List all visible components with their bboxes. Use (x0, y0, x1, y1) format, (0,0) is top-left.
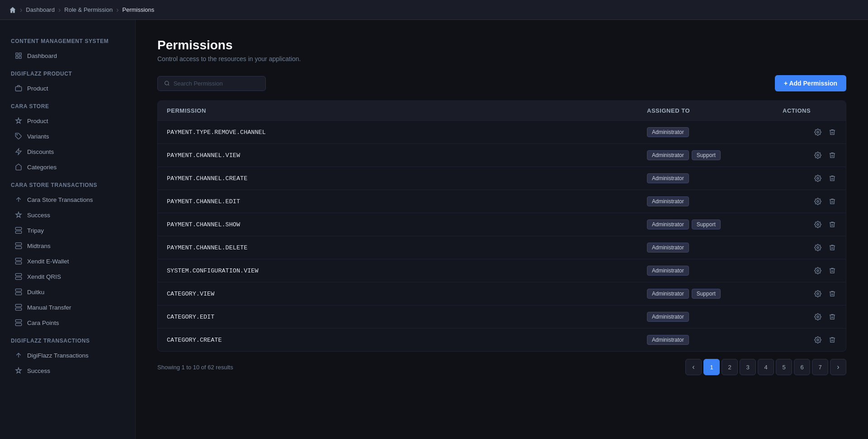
delete-permission-button[interactable] (828, 128, 837, 137)
edit-permission-button[interactable] (813, 151, 822, 160)
settings-icon (814, 175, 821, 182)
svg-rect-22 (15, 277, 21, 279)
server-icon-xendit-ewallet (14, 257, 23, 265)
topbar-role-permission[interactable]: Role & Permission (64, 6, 113, 13)
sidebar-section-cara-store: Cara Store (0, 96, 135, 113)
delete-permission-button[interactable] (828, 197, 837, 206)
next-page-button[interactable]: › (830, 359, 846, 375)
svg-rect-9 (15, 227, 21, 229)
edit-permission-button[interactable] (813, 312, 822, 321)
sidebar-item-variants[interactable]: Variants (0, 129, 135, 144)
page-number-button[interactable]: 1 (703, 359, 720, 375)
svg-rect-25 (15, 289, 21, 291)
sidebar-item-duitku[interactable]: Duitku (0, 284, 135, 300)
page-number-button[interactable]: 2 (722, 359, 738, 375)
col-permission: Permission (167, 107, 647, 114)
table-header: Permission Assigned To Actions (158, 101, 846, 121)
search-input[interactable] (174, 80, 259, 87)
sidebar-item-cara-transactions[interactable]: Cara Store Transactions (0, 192, 135, 207)
col-actions: Actions (783, 107, 837, 114)
table-body: PAYMENT.TYPE.REMOVE.CHANNELAdministrator… (158, 121, 846, 351)
edit-permission-button[interactable] (813, 335, 822, 344)
permission-name: PAYMENT.CHANNEL.VIEW (167, 152, 647, 159)
delete-permission-button[interactable] (828, 220, 837, 229)
sidebar-item-discounts[interactable]: Discounts (0, 144, 135, 159)
role-badge: Administrator (647, 335, 689, 345)
delete-permission-button[interactable] (828, 312, 837, 321)
page-number-button[interactable]: 3 (740, 359, 756, 375)
trash-icon (829, 267, 836, 274)
breadcrumb-sep-2: › (58, 6, 61, 14)
svg-point-41 (817, 154, 819, 156)
svg-line-39 (168, 84, 169, 85)
topbar-permissions[interactable]: Permissions (123, 6, 155, 13)
actions-cell (783, 174, 837, 183)
delete-permission-button[interactable] (828, 266, 837, 275)
permission-name: PAYMENT.TYPE.REMOVE.CHANNEL (167, 129, 647, 136)
sidebar-section-cms: Content Management System (0, 31, 135, 48)
assigned-badges: AdministratorSupport (647, 289, 783, 299)
sidebar-item-digiflazz-product[interactable]: Product (0, 81, 135, 96)
svg-rect-33 (15, 320, 21, 322)
showing-text: Showing 1 to 10 of 62 results (157, 364, 233, 371)
edit-permission-button[interactable] (813, 266, 822, 275)
svg-rect-17 (15, 258, 21, 260)
assigned-badges: Administrator (647, 266, 783, 276)
sidebar-item-tripay[interactable]: Tripay (0, 223, 135, 238)
sidebar-item-dashboard[interactable]: Dashboard (0, 48, 135, 63)
svg-point-48 (817, 316, 819, 318)
topbar-home[interactable] (9, 6, 16, 14)
sidebar-item-manual-transfer[interactable]: Manual Transfer (0, 300, 135, 315)
actions-cell (783, 312, 837, 321)
sidebar-item-cara-product[interactable]: Product (0, 113, 135, 129)
sidebar-item-xendit-qris[interactable]: Xendit QRIS (0, 269, 135, 284)
delete-permission-button[interactable] (828, 151, 837, 160)
sidebar-item-xendit-ewallet[interactable]: Xendit E-Wallet (0, 253, 135, 269)
edit-permission-button[interactable] (813, 289, 822, 298)
arrow-up-down-icon (14, 196, 23, 204)
search-box[interactable] (157, 76, 266, 91)
svg-point-43 (817, 200, 819, 202)
svg-rect-3 (19, 56, 21, 58)
success-icon (14, 211, 23, 219)
sidebar-item-midtrans[interactable]: Midtrans (0, 238, 135, 253)
edit-permission-button[interactable] (813, 197, 822, 206)
prev-page-button[interactable]: ‹ (685, 359, 702, 375)
sidebar-item-categories[interactable]: Categories (0, 159, 135, 175)
delete-permission-button[interactable] (828, 243, 837, 252)
actions-cell (783, 220, 837, 229)
svg-point-44 (817, 224, 819, 225)
settings-icon (814, 198, 821, 205)
trash-icon (829, 221, 836, 228)
delete-permission-button[interactable] (828, 335, 837, 344)
add-permission-button[interactable]: + Add Permission (775, 75, 846, 91)
pagination: ‹ 1234567 › (685, 359, 846, 375)
permission-name: CATEGORY.CREATE (167, 337, 647, 344)
assigned-badges: AdministratorSupport (647, 150, 783, 160)
sidebar: Content Management System Dashboard Digi… (0, 20, 136, 439)
topbar-dashboard[interactable]: Dashboard (26, 6, 55, 13)
edit-permission-button[interactable] (813, 243, 822, 252)
assigned-badges: Administrator (647, 312, 783, 322)
settings-icon (814, 129, 821, 136)
page-number-button[interactable]: 5 (776, 359, 792, 375)
svg-rect-30 (15, 308, 21, 310)
page-number-button[interactable]: 6 (794, 359, 810, 375)
table-row: SYSTEM.CONFIGURATION.VIEWAdministrator (158, 259, 846, 282)
delete-permission-button[interactable] (828, 174, 837, 183)
sidebar-item-cara-success[interactable]: Success (0, 207, 135, 223)
sidebar-item-cara-points[interactable]: Cara Points (0, 315, 135, 330)
svg-marker-6 (16, 148, 21, 154)
sidebar-item-digi-success[interactable]: Success (0, 363, 135, 378)
edit-permission-button[interactable] (813, 174, 822, 183)
svg-rect-13 (15, 243, 21, 245)
page-number-button[interactable]: 7 (812, 359, 828, 375)
edit-permission-button[interactable] (813, 220, 822, 229)
role-badge: Administrator (647, 220, 689, 229)
page-number-button[interactable]: 4 (758, 359, 774, 375)
sidebar-item-digi-transactions[interactable]: DigiFlazz Transactions (0, 348, 135, 363)
edit-permission-button[interactable] (813, 128, 822, 137)
delete-permission-button[interactable] (828, 289, 837, 298)
toolbar: + Add Permission (157, 75, 846, 91)
svg-point-38 (165, 81, 169, 85)
